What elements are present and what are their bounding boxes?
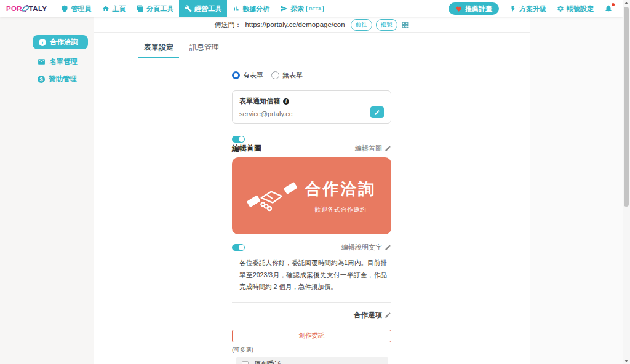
- radio-no-form[interactable]: 無表單: [271, 71, 303, 80]
- pencil-icon: [385, 244, 391, 251]
- commission-category-button[interactable]: 創作委託: [232, 330, 391, 342]
- edit-link-label: 編輯首圖: [355, 144, 382, 153]
- tab-form-settings[interactable]: 表單設定: [138, 39, 179, 58]
- nav-item-analytics[interactable]: 數據分析: [227, 0, 275, 17]
- edit-description-link[interactable]: 編輯說明文字: [341, 243, 391, 252]
- topbar-right: 推薦計畫 方案升級 帳號設定: [449, 2, 623, 15]
- nav-item-business-tools[interactable]: 經營工具: [179, 0, 227, 17]
- home-icon: [102, 5, 110, 12]
- qr-code-button[interactable]: [401, 21, 409, 29]
- notifications-button[interactable]: [604, 4, 613, 13]
- wrench-icon: [185, 5, 192, 12]
- banner-text-block: 合作洽詢 - 歡迎各式合作邀約 -: [305, 178, 377, 214]
- info-icon[interactable]: i: [283, 98, 289, 105]
- main-panel: 傳送門： https://portaly.cc/demopage/con 前往 …: [94, 17, 530, 364]
- pages-icon: [137, 5, 144, 12]
- form-settings-content: 有表單 無表單 表單通知信箱 i service@prtaly.cc: [232, 71, 391, 364]
- checkbox-icon[interactable]: [242, 361, 249, 364]
- beta-badge: BETA: [306, 6, 324, 12]
- scroll-up-button[interactable]: [623, 0, 630, 6]
- portaly-logo[interactable]: POR TALY: [6, 4, 47, 14]
- sidebar-item-collab-inquiry[interactable]: i 合作洽詢: [33, 35, 88, 49]
- email-value: service@prtaly.cc: [239, 110, 384, 117]
- tab-message-management[interactable]: 訊息管理: [184, 39, 225, 58]
- header-image-toggle[interactable]: [232, 136, 245, 143]
- scrollbar[interactable]: [623, 0, 630, 364]
- sidebar: i 合作洽詢 名單管理 $ 贊助管理: [0, 17, 94, 364]
- sidebar-item-sponsor-management[interactable]: $ 贊助管理: [38, 74, 94, 84]
- rocket-icon: [281, 5, 288, 12]
- nav-label: 管理員: [71, 4, 91, 14]
- edit-link-label: 合作選項: [354, 311, 382, 320]
- logo-text-left: POR: [6, 5, 22, 12]
- scroll-down-button[interactable]: [623, 358, 630, 364]
- triangle-down-icon: [624, 360, 628, 362]
- sidebar-item-label: 名單管理: [49, 57, 78, 66]
- nav-label: 主頁: [112, 4, 126, 14]
- sidebar-item-label: 合作洽詢: [50, 38, 78, 47]
- nav-label: 數據分析: [242, 4, 269, 14]
- envelope-icon: [38, 58, 46, 66]
- gear-icon: [557, 5, 564, 12]
- pencil-icon: [385, 312, 391, 318]
- edit-email-button[interactable]: [370, 106, 384, 118]
- option-label: 原創委託: [254, 360, 281, 364]
- account-label: 帳號設定: [567, 4, 594, 14]
- edit-link-label: 編輯說明文字: [341, 243, 382, 252]
- pencil-icon: [374, 109, 380, 116]
- qr-code-icon: [401, 21, 409, 29]
- description-text: 各位委託人你好，委託回覆時間約為1周內。目前排單至2023/3月，確認成案後先支…: [239, 257, 387, 293]
- description-toggle[interactable]: [232, 244, 245, 251]
- section-divider: [232, 302, 391, 303]
- main-nav: 管理員 主頁 分頁工具 經營工具 數據分析 探索 BETA: [55, 0, 329, 17]
- tab-bar: 表單設定 訊息管理: [138, 39, 485, 58]
- nav-item-admin[interactable]: 管理員: [55, 0, 97, 17]
- bar-chart-icon: [233, 5, 240, 12]
- lightning-icon: [509, 5, 517, 12]
- referral-program-button[interactable]: 推薦計畫: [449, 2, 499, 15]
- topbar: POR TALY 管理員 主頁 分頁工具 經營工具: [0, 0, 623, 17]
- info-circle-icon: i: [39, 39, 46, 46]
- radio-unselected-icon[interactable]: [271, 71, 279, 79]
- email-card-title-row: 表單通知信箱 i: [239, 97, 384, 106]
- nav-label: 經營工具: [194, 4, 221, 14]
- edit-header-image-link[interactable]: 編輯首圖: [355, 144, 391, 153]
- option-row-original-commission[interactable]: 原創委託: [236, 357, 388, 364]
- multi-select-hint: (可多選): [232, 346, 391, 354]
- sidebar-item-list-management[interactable]: 名單管理: [38, 57, 94, 66]
- radio-selected-icon[interactable]: [232, 71, 240, 79]
- app-screen: POR TALY 管理員 主頁 分頁工具 經營工具: [0, 0, 630, 364]
- portal-url: https://portaly.cc/demopage/con: [245, 21, 345, 28]
- header-image-label: 編輯首圖: [232, 143, 261, 154]
- edit-options-link[interactable]: 合作選項: [354, 311, 391, 320]
- radio-has-form[interactable]: 有表單: [232, 71, 263, 80]
- nav-item-page-tools[interactable]: 分頁工具: [131, 0, 179, 17]
- banner-subtitle: - 歡迎各式合作邀約 -: [305, 205, 377, 214]
- banner-image[interactable]: 合作洽詢 - 歡迎各式合作邀約 -: [232, 157, 391, 234]
- nav-label: 分頁工具: [146, 4, 173, 14]
- handshake-icon: [247, 177, 297, 215]
- radio-label: 無表單: [282, 71, 303, 80]
- notification-dot: [612, 3, 615, 6]
- logo-text-right: TALY: [29, 5, 47, 12]
- account-settings-link[interactable]: 帳號設定: [557, 4, 594, 14]
- copy-button[interactable]: 複製: [376, 19, 397, 31]
- promo-label: 推薦計畫: [465, 4, 492, 14]
- go-button[interactable]: 前往: [351, 19, 372, 31]
- coin-icon: $: [38, 76, 45, 83]
- portal-label: 傳送門：: [214, 20, 241, 30]
- description-toggle-row: 編輯說明文字: [232, 243, 391, 252]
- scrollbar-thumb[interactable]: [624, 7, 629, 207]
- banner-title: 合作洽詢: [305, 178, 377, 200]
- email-card-title: 表單通知信箱: [239, 97, 280, 106]
- heart-icon: [455, 6, 462, 12]
- plan-upgrade-link[interactable]: 方案升級: [509, 4, 546, 14]
- form-mode-radio-group: 有表單 無表單: [232, 71, 391, 80]
- nav-item-explore[interactable]: 探索 BETA: [275, 0, 329, 17]
- right-gutter: [530, 17, 623, 364]
- options-header-row: 合作選項: [232, 311, 391, 320]
- header-image-row: 編輯首圖 編輯首圖: [232, 143, 391, 154]
- radio-label: 有表單: [243, 71, 263, 80]
- nav-item-home[interactable]: 主頁: [97, 0, 131, 17]
- upgrade-label: 方案升級: [519, 4, 546, 14]
